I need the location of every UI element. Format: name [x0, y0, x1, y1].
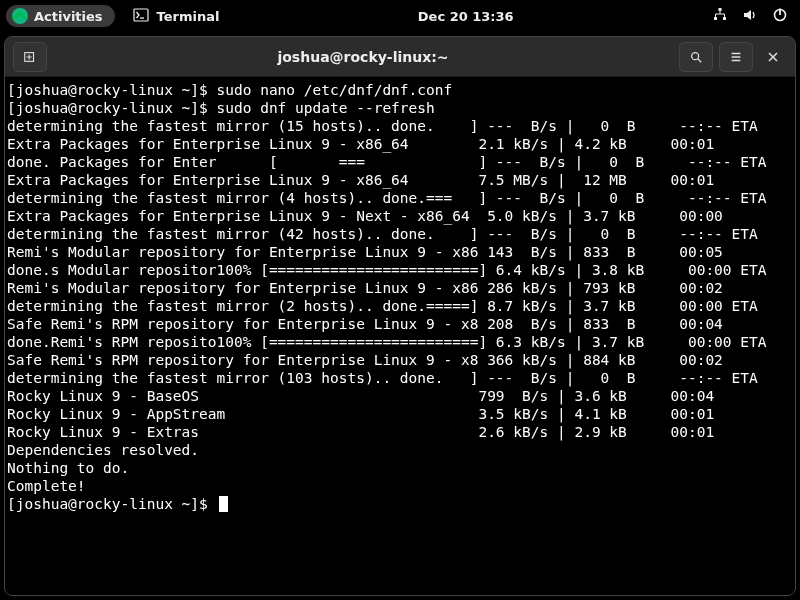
svg-rect-2 [719, 8, 722, 11]
svg-point-10 [692, 52, 699, 59]
new-tab-button[interactable] [13, 42, 47, 72]
activities-label: Activities [34, 9, 103, 24]
hamburger-menu-button[interactable] [719, 42, 753, 72]
power-icon[interactable] [772, 7, 788, 26]
clock[interactable]: Dec 20 13:36 [219, 9, 712, 24]
svg-rect-0 [134, 9, 148, 21]
search-button[interactable] [679, 42, 713, 72]
cursor [219, 496, 228, 512]
network-icon[interactable] [712, 7, 728, 26]
svg-line-11 [698, 58, 702, 62]
terminal-viewport[interactable]: [joshua@rocky-linux ~]$ sudo nano /etc/d… [5, 77, 795, 595]
terminal-window: joshua@rocky-linux:~ [joshua@rocky-linux… [4, 36, 796, 596]
gnome-topbar: Activities Terminal Dec 20 13:36 [0, 0, 800, 32]
svg-rect-4 [723, 17, 726, 20]
distro-logo-icon [12, 8, 28, 24]
close-button[interactable] [759, 43, 787, 71]
volume-icon[interactable] [742, 7, 758, 26]
current-app-label: Terminal [157, 9, 220, 24]
window-title: joshua@rocky-linux:~ [47, 49, 679, 65]
svg-rect-3 [714, 17, 717, 20]
activities-button[interactable]: Activities [6, 5, 115, 27]
current-app-indicator[interactable]: Terminal [125, 7, 220, 26]
terminal-icon [133, 7, 149, 26]
window-titlebar: joshua@rocky-linux:~ [5, 37, 795, 77]
